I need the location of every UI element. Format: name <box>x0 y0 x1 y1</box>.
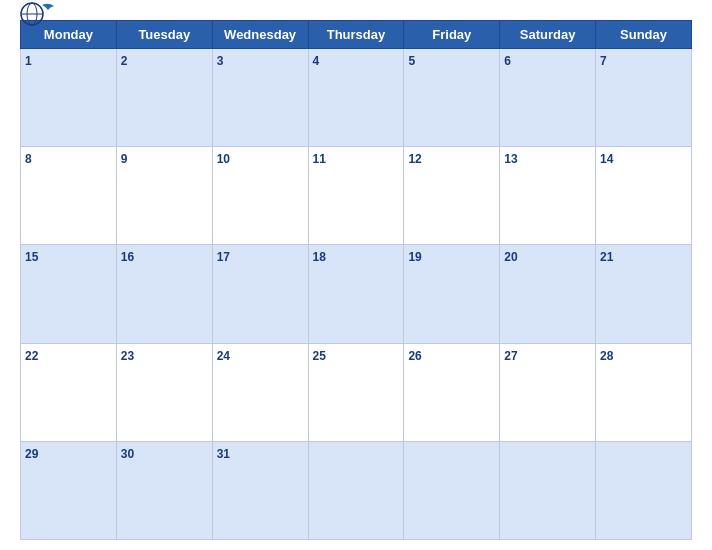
calendar-week-row: 22232425262728 <box>21 343 692 441</box>
calendar-day-cell: 15 <box>21 245 117 343</box>
day-number: 9 <box>121 152 128 166</box>
logo <box>20 1 56 27</box>
day-number: 5 <box>408 54 415 68</box>
day-number: 19 <box>408 250 421 264</box>
weekday-header: Saturday <box>500 21 596 49</box>
day-number: 23 <box>121 349 134 363</box>
calendar-day-cell: 24 <box>212 343 308 441</box>
calendar-day-cell: 19 <box>404 245 500 343</box>
calendar-day-cell: 21 <box>596 245 692 343</box>
calendar-table: MondayTuesdayWednesdayThursdayFridaySatu… <box>20 20 692 540</box>
calendar-day-cell: 29 <box>21 441 117 539</box>
calendar-day-cell: 13 <box>500 147 596 245</box>
calendar-week-row: 1234567 <box>21 49 692 147</box>
calendar-day-cell: 5 <box>404 49 500 147</box>
calendar-day-cell: 30 <box>116 441 212 539</box>
day-number: 6 <box>504 54 511 68</box>
calendar-day-cell: 4 <box>308 49 404 147</box>
day-number: 4 <box>313 54 320 68</box>
weekday-header: Wednesday <box>212 21 308 49</box>
weekday-header: Friday <box>404 21 500 49</box>
day-number: 18 <box>313 250 326 264</box>
calendar-day-cell: 14 <box>596 147 692 245</box>
calendar-day-cell: 16 <box>116 245 212 343</box>
calendar-day-cell: 27 <box>500 343 596 441</box>
calendar-day-cell: 2 <box>116 49 212 147</box>
calendar-day-cell <box>500 441 596 539</box>
calendar-day-cell: 20 <box>500 245 596 343</box>
calendar-day-cell <box>404 441 500 539</box>
day-number: 7 <box>600 54 607 68</box>
calendar-day-cell <box>308 441 404 539</box>
day-number: 10 <box>217 152 230 166</box>
weekday-header: Tuesday <box>116 21 212 49</box>
day-number: 29 <box>25 447 38 461</box>
calendar-day-cell: 25 <box>308 343 404 441</box>
calendar-day-cell: 26 <box>404 343 500 441</box>
weekday-header: Thursday <box>308 21 404 49</box>
calendar-day-cell: 1 <box>21 49 117 147</box>
day-number: 30 <box>121 447 134 461</box>
calendar-day-cell: 11 <box>308 147 404 245</box>
calendar-day-cell: 9 <box>116 147 212 245</box>
day-number: 27 <box>504 349 517 363</box>
day-number: 11 <box>313 152 326 166</box>
day-number: 15 <box>25 250 38 264</box>
day-number: 14 <box>600 152 613 166</box>
calendar-day-cell: 6 <box>500 49 596 147</box>
calendar-day-cell: 17 <box>212 245 308 343</box>
day-number: 25 <box>313 349 326 363</box>
day-number: 12 <box>408 152 421 166</box>
day-number: 3 <box>217 54 224 68</box>
day-number: 31 <box>217 447 230 461</box>
day-number: 2 <box>121 54 128 68</box>
day-number: 26 <box>408 349 421 363</box>
calendar-day-cell: 3 <box>212 49 308 147</box>
calendar-day-cell: 23 <box>116 343 212 441</box>
calendar-week-row: 15161718192021 <box>21 245 692 343</box>
day-number: 13 <box>504 152 517 166</box>
calendar-week-row: 293031 <box>21 441 692 539</box>
day-number: 17 <box>217 250 230 264</box>
day-number: 22 <box>25 349 38 363</box>
calendar-day-cell: 7 <box>596 49 692 147</box>
day-number: 24 <box>217 349 230 363</box>
calendar-day-cell: 28 <box>596 343 692 441</box>
calendar-day-cell: 8 <box>21 147 117 245</box>
calendar-body: 1234567891011121314151617181920212223242… <box>21 49 692 540</box>
day-number: 21 <box>600 250 613 264</box>
day-number: 16 <box>121 250 134 264</box>
calendar-day-cell: 22 <box>21 343 117 441</box>
calendar-week-row: 891011121314 <box>21 147 692 245</box>
calendar-day-cell: 10 <box>212 147 308 245</box>
calendar-day-cell: 12 <box>404 147 500 245</box>
calendar-day-cell: 31 <box>212 441 308 539</box>
calendar-header-row: MondayTuesdayWednesdayThursdayFridaySatu… <box>21 21 692 49</box>
day-number: 28 <box>600 349 613 363</box>
day-number: 1 <box>25 54 32 68</box>
day-number: 20 <box>504 250 517 264</box>
calendar-day-cell: 18 <box>308 245 404 343</box>
calendar-header <box>20 10 692 14</box>
weekday-header: Sunday <box>596 21 692 49</box>
calendar-day-cell <box>596 441 692 539</box>
day-number: 8 <box>25 152 32 166</box>
